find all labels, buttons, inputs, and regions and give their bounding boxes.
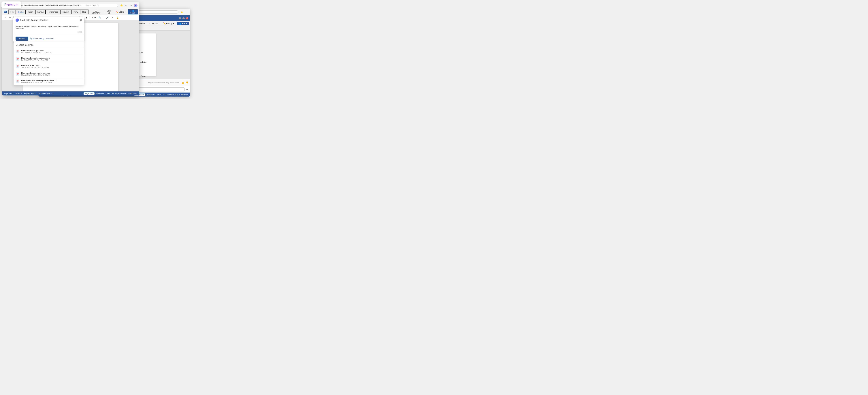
front-window: 🔒 https://onedrive.live.com/w/t/EaCKkPs6…	[2, 2, 139, 95]
style-btn[interactable]: Aa▾	[91, 16, 97, 20]
item-text-1: Relecloud final quotation Eric Ishida, 7…	[21, 49, 82, 54]
catch-up-btn-front[interactable]: ↑ Catch Up	[103, 9, 114, 14]
copilot-panel: ✦ Draft with Copilot Preview ✕ Help me p…	[13, 20, 85, 42]
statusbar-right-front: Page View Web View 100% Fit Give Feedbac…	[84, 92, 137, 95]
item-text-5: Follow-Up: NA Beverage Purchase O Monday…	[21, 79, 82, 84]
dropdown-header: ◀ Sales meetings	[13, 42, 84, 48]
calendar-icon-3: 📅	[16, 65, 20, 68]
review-tab[interactable]: Review	[60, 9, 71, 14]
home-tab[interactable]: Home	[16, 9, 26, 14]
sensitivity-btn[interactable]: 🔒	[115, 16, 120, 20]
web-view-btn-front[interactable]: Web View	[96, 93, 104, 95]
zoom-front: 100%	[106, 93, 111, 95]
share-btn-back[interactable]: 👥 Share	[177, 22, 189, 25]
front-chrome-icons: ⭐ ⚙ ··· 👤	[120, 4, 137, 7]
preview-badge: Preview	[39, 20, 49, 21]
insert-tab[interactable]: Insert	[26, 9, 35, 14]
copilot-dropdown: ◀ Sales meetings 📅 Relecloud final quota…	[13, 42, 84, 85]
copilot-actions: Generate 📎 Reference your content	[13, 35, 84, 42]
list-item[interactable]: 📅 Fourth Coffee demo Thu 6/10/2023 2:30 …	[13, 63, 84, 70]
chrome-icons-back: ⭐ ···	[180, 10, 188, 14]
item-title-3: Fourth Coffee demo	[21, 64, 82, 67]
item-title-2: Relecloud quotation discussion	[21, 57, 82, 59]
address-bar-front[interactable]: 🔒 https://onedrive.live.com/w/t/EaCKkPs6…	[14, 4, 118, 7]
thumbs-up-icon[interactable]: 👍	[181, 81, 184, 84]
feedback-back: Give Feedback to Microsoft	[166, 94, 188, 96]
web-view-btn-back[interactable]: Web View	[147, 94, 155, 96]
copilot-title-text: Draft with Copilot	[20, 20, 38, 21]
word-logo-front: W	[4, 10, 7, 13]
more-icon[interactable]: ···	[129, 4, 133, 7]
feedback-front: Give Feedback to Microsoft	[115, 93, 137, 95]
calendar-icon-4: 📅	[16, 72, 20, 76]
redo-btn[interactable]: ↪	[8, 16, 12, 20]
layout-tab[interactable]: Layout	[35, 9, 46, 14]
url-front: https://onedrive.live.com/w/t/EaCKkPs6Ac…	[19, 4, 83, 6]
settings-icon[interactable]: ⚙	[124, 4, 128, 7]
char-count: 9/300	[16, 31, 82, 33]
copilot-textarea[interactable]: Help me prep for the pitch meeting / Typ…	[16, 25, 82, 30]
comments-btn-front[interactable]: 💬 Comments	[90, 9, 102, 14]
undo-btn[interactable]: ↩	[4, 16, 7, 20]
list-item[interactable]: 📅 Relecloud quotation discussion Fri 6/2…	[13, 55, 84, 63]
calendar-icon-2: 📅	[16, 57, 20, 61]
front-doc-area: ✦ Draft with Copilot Preview ✕ Help me p…	[2, 20, 139, 91]
item-title-1: Relecloud final quotation	[21, 49, 82, 52]
catch-up-btn-back[interactable]: ↑ Catch Up	[148, 22, 160, 25]
list-item[interactable]: 📅 Relecloud requirement meeting Mon 6/5/…	[13, 70, 84, 78]
file-tab[interactable]: File	[8, 9, 16, 14]
item-date-2: Fri 6/20/2023 4:00 PM - 5:00 PM	[21, 59, 82, 61]
copilot-input-area[interactable]: Help me prep for the pitch meeting / Typ…	[13, 23, 84, 35]
word-maximize[interactable]	[182, 17, 185, 20]
item-date-1: Eric Ishida, 7/1/2023 10:00 - 10:30 AM	[21, 52, 82, 54]
reference-btn[interactable]: 📎 Reference your content	[30, 37, 54, 40]
search-btn[interactable]: 🔍	[98, 16, 102, 20]
ai-disclaimer: AI-generated content may be incorrect	[148, 82, 179, 84]
help-tab[interactable]: Help	[80, 9, 89, 14]
editing-btn-back[interactable]: ✏️ Editing ▾	[162, 22, 176, 25]
window-controls-back	[179, 17, 188, 20]
page-info-front: Page 1 of 1	[4, 93, 13, 95]
voice-btn[interactable]: 🎤	[105, 16, 110, 20]
generate-btn[interactable]: Generate	[16, 37, 28, 40]
copilot-close-btn[interactable]: ✕	[80, 20, 82, 22]
word-count-front: 0 words	[16, 93, 22, 95]
calendar-icon-5: 📅	[16, 80, 20, 83]
item-date-4: Mon 6/5/2023 10:00 AM - 10:30 AM	[21, 74, 82, 76]
editor-btn[interactable]: ✓	[111, 16, 115, 20]
copilot-title: ✦ Draft with Copilot Preview	[16, 20, 49, 22]
statusbar-front: Page 1 of 1 0 words English (U.S.) Text …	[2, 91, 139, 95]
thumbs-down-icon[interactable]: 👎	[186, 81, 188, 84]
zoom-level-back: 100%	[156, 94, 161, 96]
list-item[interactable]: 📅 Relecloud final quotation Eric Ishida,…	[13, 48, 84, 55]
copilot-icon: ✦	[16, 20, 19, 22]
dropdown-title: Sales meetings	[19, 44, 33, 46]
item-text-3: Fourth Coffee demo Thu 6/10/2023 2:30 PM…	[21, 64, 82, 69]
list-item[interactable]: 📅 Follow-Up: NA Beverage Purchase O Mond…	[13, 78, 84, 85]
item-title-4: Relecloud requirement meeting	[21, 72, 82, 74]
view-tab[interactable]: View	[71, 9, 80, 14]
paperclip-icon: 📎	[30, 37, 32, 40]
star-icon[interactable]: ⭐	[120, 4, 123, 7]
statusbar-right-back: Page View Web View 100% Fit Give Feedbac…	[134, 93, 188, 96]
copilot-header: ✦ Draft with Copilot Preview ✕	[13, 20, 84, 23]
editing-btn-front[interactable]: ✏️ Editing ▾	[115, 10, 127, 14]
item-date-5: Monday 3/18/24 11:45 AM - 12:15 PM	[21, 82, 82, 84]
fit-front: Fit	[112, 93, 114, 95]
references-tab[interactable]: References	[46, 9, 60, 14]
page-view-btn-front[interactable]: Page View	[84, 92, 94, 95]
item-date-3: Thu 6/10/2023 2:30 PM - 3:30 PM	[21, 67, 82, 69]
more-btn[interactable]: ···	[185, 10, 188, 14]
extensions-btn[interactable]: ⭐	[180, 10, 184, 14]
col-owner: Owner	[140, 74, 151, 79]
word-menu-tabs: File Home Insert Layout References Revie…	[8, 9, 89, 14]
word-minimize[interactable]	[179, 17, 181, 20]
item-title-5: Follow-Up: NA Beverage Purchase O	[21, 79, 82, 82]
send-btn[interactable]: →	[186, 88, 188, 91]
calendar-icon-1: 📅	[16, 50, 20, 53]
share-btn-front[interactable]: 👥 Share	[128, 9, 138, 14]
word-close[interactable]	[186, 17, 188, 20]
avatar-front: 👤	[134, 4, 137, 7]
back-icon[interactable]: ◀	[16, 44, 18, 46]
paragraph-btn[interactable]: ¶	[85, 16, 88, 20]
